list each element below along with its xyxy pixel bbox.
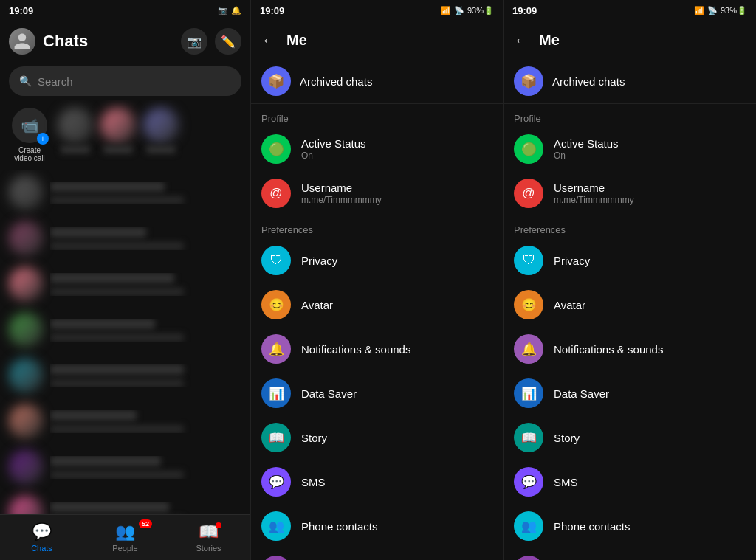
me-header-right: ← Me — [504, 21, 756, 59]
avatar[interactable] — [9, 28, 35, 55]
chat-avatar — [9, 267, 43, 301]
sms-label-mid: SMS — [301, 476, 326, 488]
back-button-right[interactable]: ← — [514, 32, 529, 49]
search-bar[interactable]: 🔍 Search — [9, 66, 241, 96]
chats-title: Chats — [43, 32, 88, 51]
compose-button[interactable]: ✏️ — [215, 28, 241, 55]
photos-item-right[interactable]: 🖼 Photos & media — [504, 548, 756, 560]
nav-people[interactable]: 52 👥 People — [83, 515, 167, 560]
datasaver-item-mid[interactable]: 📊 Data Saver — [251, 371, 503, 415]
chat-item[interactable] — [0, 444, 250, 490]
create-video-call[interactable]: 📹 + Create video call — [9, 108, 50, 162]
chat-list — [0, 170, 250, 514]
notifications-icon-right: 🔔 — [514, 334, 543, 364]
sms-item-right[interactable]: 💬 SMS — [504, 460, 756, 504]
chat-message — [50, 196, 184, 204]
notifications-item-right[interactable]: 🔔 Notifications & sounds — [504, 327, 756, 371]
photos-item-mid[interactable]: 🖼 Photos & media — [251, 548, 503, 560]
datasaver-label-mid: Data Saver — [301, 387, 357, 400]
active-status-item-right[interactable]: 🟢 Active Status On — [504, 127, 756, 171]
wifi-icon: 📶 — [441, 6, 451, 15]
stories-dot — [216, 522, 221, 528]
avatar-item-right[interactable]: 😊 Avatar — [504, 283, 756, 327]
people-badge: 52 — [139, 519, 152, 528]
create-video-label: Create video call — [9, 146, 50, 162]
story-item-1[interactable] — [58, 108, 93, 162]
phonecontacts-icon-right: 👥 — [514, 511, 543, 541]
search-icon: 🔍 — [19, 75, 32, 87]
archived-chats-mid[interactable]: 📦 Archived chats — [251, 59, 503, 104]
preferences-section-label-mid: Preferences — [251, 215, 503, 238]
chat-info — [50, 182, 241, 204]
avatar-label-right: Avatar — [554, 299, 585, 311]
phonecontacts-icon-mid: 👥 — [261, 511, 291, 541]
username-text-group-right: Username m.me/Timmmmmmy — [554, 182, 746, 205]
preferences-section-label-right: Preferences — [504, 215, 756, 238]
archived-text-right: Archived chats — [552, 75, 625, 88]
status-bar-left: 19:09 📷 🔔 — [0, 0, 250, 21]
story-item-right[interactable]: 📖 Story — [504, 415, 756, 460]
chat-avatar — [9, 450, 43, 484]
me-panel-mid: 19:09 📶 📡 93%🔋 ← Me 📦 Archived chats Pro… — [251, 0, 504, 560]
datasaver-icon-right: 📊 — [514, 378, 543, 408]
privacy-label-right: Privacy — [554, 255, 590, 267]
username-label-mid: Username — [301, 182, 492, 194]
sms-item-mid[interactable]: 💬 SMS — [251, 460, 503, 504]
chat-item[interactable] — [0, 261, 250, 307]
chat-item[interactable] — [0, 307, 250, 353]
phonecontacts-item-right[interactable]: 👥 Phone contacts — [504, 504, 756, 548]
phonecontacts-item-mid[interactable]: 👥 Phone contacts — [251, 504, 503, 548]
chat-message — [50, 333, 184, 342]
profile-section-label-mid: Profile — [251, 104, 503, 127]
privacy-item-right[interactable]: 🛡 Privacy — [504, 238, 756, 283]
datasaver-item-right[interactable]: 📊 Data Saver — [504, 371, 756, 415]
notifications-label-mid: Notifications & sounds — [301, 343, 410, 356]
chat-item[interactable] — [0, 215, 250, 261]
active-status-item-mid[interactable]: 🟢 Active Status On — [251, 127, 503, 171]
story-item-2[interactable] — [100, 108, 136, 162]
me-content-mid: 📦 Archived chats Profile 🟢 Active Status… — [251, 59, 503, 560]
search-placeholder: Search — [38, 75, 73, 88]
chat-item[interactable] — [0, 353, 250, 398]
datasaver-icon-mid: 📊 — [261, 378, 291, 408]
chat-item[interactable] — [0, 490, 250, 514]
chat-name — [50, 364, 184, 375]
signal-icon-right: 📡 — [707, 6, 718, 15]
chat-info — [50, 364, 241, 387]
photos-icon-mid: 🖼 — [261, 556, 291, 560]
photos-icon-right: 🖼 — [514, 556, 543, 560]
notifications-item-mid[interactable]: 🔔 Notifications & sounds — [251, 327, 503, 371]
nav-chats[interactable]: 💬 Chats — [0, 515, 83, 560]
username-item-right[interactable]: @ Username m.me/Timmmmmmy — [504, 171, 756, 215]
back-button-mid[interactable]: ← — [261, 32, 276, 49]
chat-message — [50, 242, 184, 250]
avatar-item-mid[interactable]: 😊 Avatar — [251, 283, 503, 327]
chat-message — [50, 425, 184, 433]
status-bar-right: 19:09 📶 📡 93%🔋 — [504, 0, 756, 21]
username-item-mid[interactable]: @ Username m.me/Timmmmmmy — [251, 171, 503, 215]
notifications-icon-mid: 🔔 — [261, 334, 291, 364]
status-icons-right: 📶 📡 93%🔋 — [694, 6, 747, 15]
active-status-label-right: Active Status — [554, 137, 746, 150]
chat-item[interactable] — [0, 398, 250, 444]
archive-icon: 📦 — [261, 66, 291, 96]
chats-nav-label: Chats — [31, 544, 52, 553]
username-sub-mid: m.me/Timmmmmmy — [301, 195, 492, 205]
chat-avatar — [9, 404, 43, 438]
story-item-mid[interactable]: 📖 Story — [251, 415, 503, 460]
status-icons-mid: 📶 📡 93%🔋 — [441, 6, 494, 15]
chat-avatar — [9, 359, 43, 393]
people-nav-label: People — [112, 544, 137, 553]
nav-stories[interactable]: 📖 Stories — [167, 515, 250, 560]
archived-chats-right[interactable]: 📦 Archived chats — [504, 59, 756, 104]
story-item-3[interactable] — [143, 108, 179, 162]
chat-item[interactable] — [0, 170, 250, 215]
camera-button[interactable]: 📷 — [181, 28, 207, 55]
username-icon-right: @ — [514, 179, 543, 208]
story-avatar-2 — [100, 108, 136, 143]
privacy-item-mid[interactable]: 🛡 Privacy — [251, 238, 503, 283]
stories-nav-icon: 📖 — [199, 522, 219, 542]
avatar-icon-mid: 😊 — [261, 290, 291, 319]
active-status-sub-mid: On — [301, 151, 492, 161]
chat-name — [50, 273, 174, 283]
